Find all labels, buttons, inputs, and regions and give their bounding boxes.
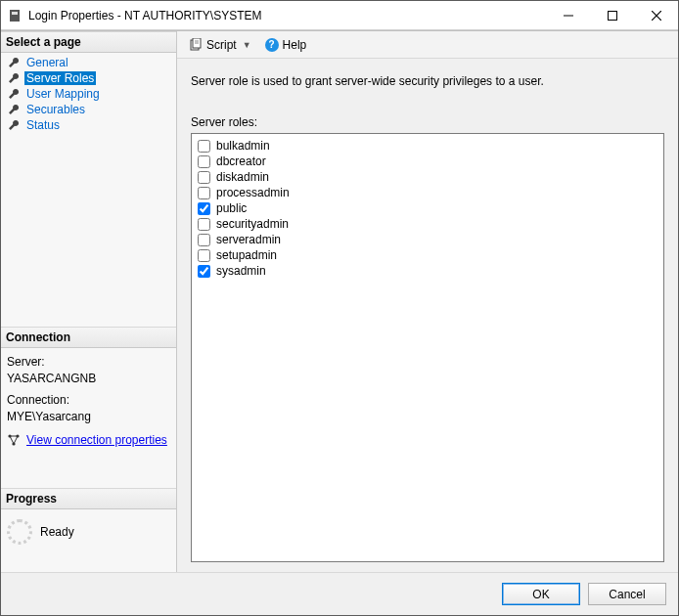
description-text: Server role is used to grant server-wide… — [191, 74, 664, 88]
server-roles-label: Server roles: — [191, 115, 664, 129]
page-label: Securables — [24, 103, 87, 116]
script-label: Script — [206, 38, 237, 52]
role-row[interactable]: securityadmin — [198, 216, 657, 232]
progress-status: Ready — [40, 525, 74, 539]
help-label: Help — [283, 38, 307, 52]
role-checkbox[interactable] — [198, 171, 210, 184]
role-name: processadmin — [216, 185, 290, 200]
select-page-header: Select a page — [1, 31, 176, 53]
server-value: YASARCANGNB — [7, 371, 170, 387]
progress-header: Progress — [1, 488, 176, 509]
page-label: Status — [24, 118, 62, 132]
role-row[interactable]: bulkadmin — [198, 138, 657, 154]
role-name: dbcreator — [216, 154, 266, 169]
help-icon: ? — [265, 38, 279, 52]
wrench-icon — [7, 88, 21, 100]
role-name: bulkadmin — [216, 138, 270, 154]
connection-body: Server: YASARCANGNB Connection: MYE\Yasa… — [1, 348, 176, 431]
wrench-icon — [7, 119, 21, 131]
svg-rect-3 — [608, 11, 616, 20]
role-checkbox[interactable] — [198, 234, 210, 246]
login-properties-dialog: Login Properties - NT AUTHORITY\SYSTEM S… — [0, 0, 679, 616]
role-name: securityadmin — [216, 216, 289, 232]
role-checkbox[interactable] — [198, 218, 210, 231]
connection-label: Connection: — [7, 392, 170, 409]
titlebar: Login Properties - NT AUTHORITY\SYSTEM — [1, 1, 678, 30]
wrench-icon — [7, 72, 21, 84]
role-name: sysadmin — [216, 263, 266, 279]
script-button[interactable]: Script ▼ — [185, 36, 255, 54]
role-row[interactable]: diskadmin — [198, 169, 657, 185]
page-label: Server Roles — [24, 71, 96, 85]
close-button[interactable] — [634, 1, 678, 29]
page-user-mapping[interactable]: User Mapping — [1, 86, 176, 102]
script-icon — [189, 38, 203, 52]
progress-spinner-icon — [7, 519, 32, 545]
role-name: setupadmin — [216, 247, 277, 263]
view-connection-properties-link[interactable]: View connection properties — [26, 433, 167, 447]
page-general[interactable]: General — [1, 55, 176, 70]
role-checkbox[interactable] — [198, 265, 210, 278]
role-checkbox[interactable] — [198, 140, 210, 153]
cancel-button[interactable]: Cancel — [588, 583, 666, 605]
help-button[interactable]: ? Help — [261, 36, 311, 54]
left-pane: Select a page General Server Roles User … — [1, 31, 177, 572]
wrench-icon — [7, 57, 21, 68]
svg-rect-1 — [12, 12, 18, 15]
network-icon — [7, 433, 21, 447]
toolbar: Script ▼ ? Help — [177, 31, 678, 59]
connection-value: MYE\Yasarcang — [7, 409, 170, 425]
server-label: Server: — [7, 354, 170, 371]
page-label: General — [24, 56, 70, 69]
role-checkbox[interactable] — [198, 249, 210, 262]
page-label: User Mapping — [24, 87, 102, 101]
wrench-icon — [7, 104, 21, 115]
main-body: Server role is used to grant server-wide… — [177, 59, 678, 572]
progress-body: Ready — [1, 509, 176, 554]
role-name: serveradmin — [216, 232, 281, 247]
role-row[interactable]: setupadmin — [198, 247, 657, 263]
content-area: Select a page General Server Roles User … — [1, 30, 678, 572]
connection-header: Connection — [1, 327, 176, 348]
role-checkbox[interactable] — [198, 187, 210, 199]
role-name: public — [216, 200, 247, 216]
server-roles-listbox[interactable]: bulkadmindbcreatordiskadminprocessadminp… — [191, 133, 664, 562]
maximize-button[interactable] — [590, 1, 634, 29]
role-checkbox[interactable] — [198, 202, 210, 215]
dropdown-arrow-icon: ▼ — [243, 40, 251, 50]
page-server-roles[interactable]: Server Roles — [1, 70, 176, 86]
page-status[interactable]: Status — [1, 117, 176, 133]
minimize-button[interactable] — [546, 1, 590, 29]
role-row[interactable]: public — [198, 200, 657, 216]
ok-button[interactable]: OK — [502, 583, 580, 605]
svg-rect-0 — [10, 10, 20, 22]
role-row[interactable]: dbcreator — [198, 154, 657, 169]
app-icon — [1, 9, 28, 22]
role-row[interactable]: serveradmin — [198, 232, 657, 247]
page-securables[interactable]: Securables — [1, 102, 176, 117]
role-checkbox[interactable] — [198, 155, 210, 168]
page-nav-list: General Server Roles User Mapping Secura… — [1, 53, 176, 135]
button-bar: OK Cancel — [1, 572, 678, 615]
role-row[interactable]: processadmin — [198, 185, 657, 200]
role-name: diskadmin — [216, 169, 269, 185]
window-title: Login Properties - NT AUTHORITY\SYSTEM — [28, 9, 546, 22]
view-connection-row: View connection properties — [1, 431, 176, 455]
role-row[interactable]: sysadmin — [198, 263, 657, 279]
right-pane: Script ▼ ? Help Server role is used to g… — [177, 31, 678, 572]
